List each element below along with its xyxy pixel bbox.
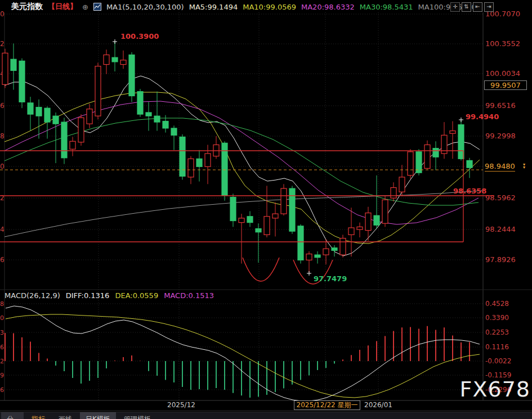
y-axis-tick: 98.2444 — [485, 225, 516, 233]
y-axis-left-digit: 4 — [0, 226, 5, 233]
candle-up — [365, 213, 371, 231]
candle-up — [2, 53, 8, 84]
ma10-value: MA10:99.0569 — [243, 3, 296, 11]
macd-macd-value: MACD:0.1513 — [164, 291, 214, 300]
candle-up — [323, 249, 329, 255]
macd-header: MACD(26,12,9) DIFF:0.1316 DEA:0.0559 MAC… — [5, 291, 214, 300]
ma-group-label[interactable]: MA1(5,10,20,30,100) — [106, 3, 184, 11]
candle-up — [348, 228, 354, 235]
candle-up — [239, 218, 244, 223]
candle-down — [44, 108, 50, 122]
y-axis-tick: 100.0034 — [485, 69, 520, 78]
macd-axis-left-digit: 8 — [0, 300, 4, 308]
period-label[interactable]: 【日线】 — [48, 2, 77, 12]
candle-down — [19, 61, 25, 102]
y-axis-tick: 99.6516 — [485, 101, 516, 110]
y-axis-left-digit: 0 — [0, 10, 5, 18]
candle-down — [129, 55, 135, 96]
tab-3[interactable]: 日K模板 — [80, 412, 116, 419]
candle-down — [171, 128, 177, 135]
candle-down — [230, 197, 236, 221]
candle-down — [247, 217, 253, 223]
macd-dea-line — [6, 314, 480, 398]
candle-down — [112, 57, 118, 62]
macd-dea-value: DEA:0.0559 — [115, 291, 158, 300]
candle-down — [28, 103, 33, 114]
y-axis-tick: 97.8926 — [485, 255, 516, 264]
tab-1[interactable]: 指标 — [26, 412, 51, 419]
ma30-value: MA30:98.5431 — [360, 3, 413, 11]
symbol-title: 美元指数 — [11, 2, 43, 12]
chart-toolbar: ✛ ⇅ ⇤ ⇥ — [450, 2, 494, 12]
candle-up — [87, 109, 92, 124]
chart-type-icon[interactable] — [93, 3, 101, 11]
x-axis-month-label: 2026/01 — [363, 401, 394, 409]
y-axis-tick: 98.5962 — [485, 193, 516, 202]
y-axis-left-digit: 2 — [0, 194, 5, 202]
ma-line-ma100 — [5, 191, 483, 237]
ma20-value: MA20:98.6332 — [301, 3, 355, 11]
macd-axis-tick: 0.2253 — [485, 328, 509, 336]
candle-up — [205, 154, 211, 166]
axis-scale-icon[interactable]: ⇅ — [462, 2, 471, 12]
macd-axis-tick: 0.1116 — [485, 343, 509, 351]
candle-down — [137, 92, 143, 114]
y-axis-tick: 99.2998 — [485, 132, 516, 140]
y-axis-left-digit: 2 — [0, 40, 5, 48]
candle-up — [281, 188, 287, 214]
candle-down — [61, 122, 67, 158]
candle-up — [382, 200, 388, 223]
candle-down — [298, 226, 303, 260]
candle-down — [256, 229, 261, 232]
chart-header: 美元指数 【日线】 ⊕ MA1(5,10,20,30,100) MA5:99.1… — [11, 2, 476, 12]
alert-line-price-label[interactable]: 98.6358 — [453, 187, 486, 195]
candle-down — [374, 215, 379, 225]
drawn-arc — [243, 258, 279, 281]
candle-down — [289, 188, 295, 231]
candle-up — [357, 227, 363, 229]
macd-params-label[interactable]: MACD(26,12,9) — [5, 291, 60, 300]
trading-chart-app: 100.7070100.3552100.003499.651699.299898… — [0, 0, 532, 419]
candle-up — [408, 152, 413, 175]
x-axis-month-label: 2025/12 — [166, 401, 197, 409]
macd-diff-line — [6, 306, 480, 401]
candle-down — [196, 159, 202, 166]
macd-axis-left-digit: 3 — [0, 329, 4, 336]
candle-down — [146, 112, 151, 116]
chart-canvas[interactable]: 100.7070100.3552100.003499.651699.299898… — [0, 0, 532, 419]
macd-axis-left-digit: 6 — [0, 344, 4, 351]
watermark: FX678 — [460, 377, 530, 402]
tab-0[interactable]: 分时 — [1, 412, 24, 419]
candle-up — [340, 238, 346, 255]
candle-down — [53, 116, 59, 124]
candle-up — [104, 55, 109, 65]
candle-down — [467, 160, 472, 168]
candle-up — [272, 214, 278, 218]
y-axis-left-digit: 8 — [0, 132, 5, 140]
candle-up — [264, 217, 270, 235]
tab-4[interactable]: 管理模板 — [118, 412, 157, 419]
macd-axis-left-digit: 2 — [0, 358, 4, 365]
macd-axis-tick: -0.0022 — [485, 357, 511, 365]
macd-axis-tick: 0.4528 — [485, 300, 509, 308]
macd-axis-left-digit: 6 — [0, 386, 4, 394]
candle-up — [424, 145, 430, 168]
recent-high-price-label: 99.4940 — [466, 112, 499, 121]
macd-diff-value: DIFF:0.1316 — [66, 291, 110, 300]
pan-icon[interactable]: ✛ — [450, 2, 460, 12]
candle-up — [78, 118, 84, 142]
shift-left-icon[interactable]: ⇤ — [473, 2, 482, 12]
y-axis-left-digit: 0 — [0, 163, 5, 170]
expand-icon[interactable]: ⊕ — [82, 3, 88, 11]
y-axis-left-digit: 6 — [0, 256, 5, 264]
tab-2[interactable]: 画线 — [53, 412, 78, 419]
macd-axis-left-digit: 9 — [0, 372, 4, 379]
candle-up — [306, 254, 312, 260]
candle-down — [11, 59, 16, 70]
candle-up — [95, 66, 101, 116]
candle-down — [332, 248, 337, 251]
ma5-value: MA5:99.1494 — [189, 3, 238, 11]
low-price-label: 97.7479 — [314, 274, 347, 283]
candle-up — [120, 60, 126, 65]
shift-right-icon[interactable]: ⇥ — [484, 2, 494, 12]
